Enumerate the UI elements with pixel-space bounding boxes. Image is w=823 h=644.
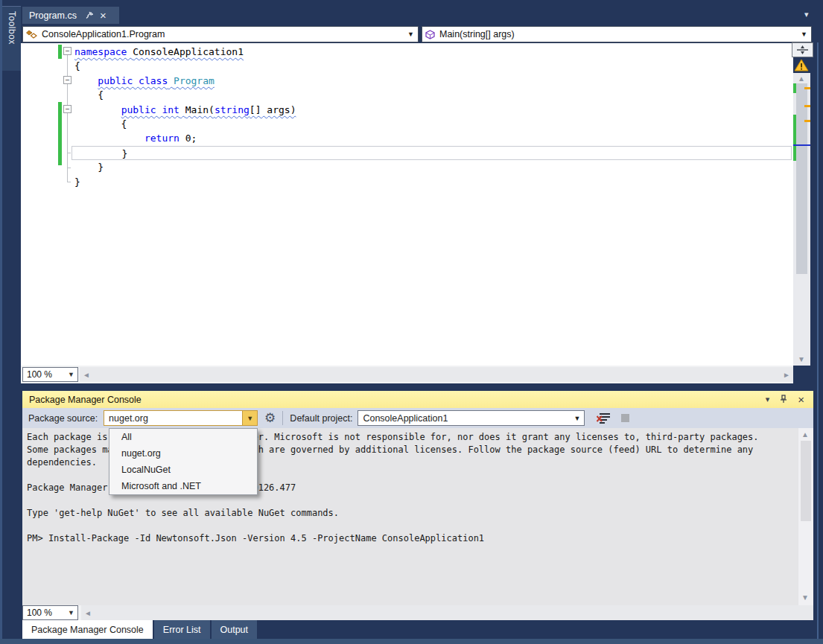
package-source-value: nuget.org <box>104 411 242 425</box>
code-text[interactable]: namespace ConsoleApplication1{ public cl… <box>72 45 792 189</box>
tool-window-tab-error-list[interactable]: Error List <box>154 620 210 639</box>
code-line[interactable]: public int Main(string[] args) <box>72 103 792 117</box>
package-source-option[interactable]: LocalNuGet <box>109 462 257 478</box>
toolbar-separator <box>282 411 283 425</box>
clear-console-icon[interactable] <box>597 412 611 424</box>
chevron-down-icon: ▼ <box>407 31 414 38</box>
console-line: Type 'get-help NuGet' to see all availab… <box>27 507 759 520</box>
toolbox-label: Toolbox <box>7 7 17 45</box>
package-source-popup: Allnuget.orgLocalNuGetMicrosoft and .NET <box>109 428 258 495</box>
outline-guide-end <box>67 182 71 182</box>
pmc-title: Package Manager Console <box>29 395 766 405</box>
scroll-up-icon[interactable]: ▲ <box>801 430 809 439</box>
scroll-warning-marker <box>804 105 810 107</box>
collapse-toggle-icon[interactable]: – <box>63 47 72 55</box>
class-icon <box>26 30 37 39</box>
document-tab-title: Program.cs <box>29 10 77 21</box>
code-line[interactable]: } <box>72 160 792 174</box>
collapse-toggle-icon[interactable]: – <box>63 76 72 84</box>
scroll-left-icon[interactable]: ◄ <box>83 371 90 379</box>
editor-scrollbar-thumb[interactable] <box>796 83 807 274</box>
code-editor[interactable]: – – – namespace ConsoleApplication1{ pub… <box>21 43 793 366</box>
package-source-option[interactable]: All <box>109 429 257 445</box>
change-bar <box>58 45 62 59</box>
chevron-down-icon: ▼ <box>801 31 807 38</box>
collapse-toggle-icon[interactable]: – <box>63 105 72 113</box>
scroll-warning-marker <box>804 87 810 89</box>
scroll-warning-marker <box>804 120 810 122</box>
code-line[interactable]: return 0; <box>72 131 792 145</box>
scroll-down-icon[interactable]: ▼ <box>801 593 809 602</box>
editor-horizontal-scrollbar[interactable]: ◄ ► <box>80 367 793 382</box>
editor-bottom-bar: 100 % ▼ ◄ ► <box>21 366 793 383</box>
pmc-title-bar[interactable]: Package Manager Console ▾ × <box>22 391 813 408</box>
pmc-bottom-bar: 100 % ▼ ◄ <box>22 605 813 620</box>
editor-zoom-value: 100 % <box>27 369 68 380</box>
chevron-down-icon: ▼ <box>574 415 581 422</box>
visual-studio-window: Toolbox Program.cs × ▾ ConsoleApplicatio… <box>0 0 823 644</box>
scroll-up-icon[interactable]: ▲ <box>798 74 805 83</box>
console-scrollbar-thumb[interactable] <box>801 441 811 521</box>
code-line[interactable]: { <box>72 59 792 73</box>
type-navigator-value: ConsoleApplication1.Program <box>42 29 407 39</box>
scroll-right-icon[interactable]: ► <box>783 371 790 379</box>
default-project-value: ConsoleApplication1 <box>358 413 573 424</box>
member-navigator-dropdown[interactable]: Main(string[] args) ▼ <box>422 26 812 42</box>
console-zoom-dropdown[interactable]: 100 % ▼ <box>22 605 78 620</box>
console-zoom-value: 100 % <box>27 608 68 618</box>
console-horizontal-scrollbar[interactable]: ◄ <box>81 605 813 620</box>
window-right-edge <box>817 42 819 639</box>
pin-icon[interactable] <box>780 395 787 405</box>
chevron-down-icon: ▼ <box>68 371 74 378</box>
editor-zoom-dropdown[interactable]: 100 % ▼ <box>22 367 78 382</box>
method-icon <box>425 30 435 39</box>
package-source-label: Package source: <box>28 413 98 424</box>
sidebar-tab-toolbox[interactable]: Toolbox <box>2 6 21 71</box>
close-icon[interactable]: × <box>100 10 107 21</box>
document-list-chevron-icon[interactable]: ▾ <box>804 10 809 19</box>
scroll-change-marker <box>793 83 796 93</box>
outline-guide-end <box>67 153 71 153</box>
package-source-option[interactable]: Microsoft and .NET <box>109 478 257 494</box>
console-line <box>27 520 759 532</box>
code-line[interactable]: { <box>72 117 792 131</box>
default-project-dropdown[interactable]: ConsoleApplication1 ▼ <box>358 410 585 426</box>
chevron-down-icon: ▼ <box>68 609 74 616</box>
code-line[interactable]: } <box>72 175 792 189</box>
window-bottom-edge <box>0 639 823 644</box>
code-line[interactable]: namespace ConsoleApplication1 <box>72 45 792 59</box>
window-left-edge <box>0 0 2 644</box>
default-project-label: Default project: <box>290 413 352 424</box>
console-line: PM> Install-Package -Id Newtonsoft.Json … <box>27 532 759 545</box>
close-icon[interactable]: × <box>798 393 804 406</box>
pmc-toolbar: Package source: nuget.org ▼ ⚙ Default pr… <box>22 408 813 428</box>
window-position-chevron-icon[interactable]: ▾ <box>766 395 770 404</box>
code-line-current[interactable]: } <box>72 146 792 160</box>
package-source-option[interactable]: nuget.org <box>109 445 257 462</box>
tool-window-tabs: Package Manager ConsoleError ListOutput <box>22 620 823 639</box>
warning-icon[interactable] <box>794 59 809 74</box>
console-line <box>27 494 759 507</box>
tool-window-tab-output[interactable]: Output <box>212 620 258 639</box>
scroll-down-icon[interactable]: ▼ <box>798 355 805 363</box>
tool-window-tab-package-manager-console[interactable]: Package Manager Console <box>22 620 153 639</box>
chevron-down-icon[interactable]: ▼ <box>242 411 257 425</box>
scroll-change-marker <box>793 115 796 161</box>
gear-icon[interactable]: ⚙ <box>264 412 276 424</box>
pin-icon[interactable] <box>86 11 94 19</box>
scroll-left-icon[interactable]: ◄ <box>84 609 92 617</box>
outline-guide <box>67 55 68 182</box>
code-line[interactable]: public class Program <box>72 74 792 88</box>
stop-icon <box>621 414 629 422</box>
split-editor-handle[interactable] <box>792 42 813 57</box>
scroll-caret-marker <box>793 144 810 146</box>
member-navigator-value: Main(string[] args) <box>439 29 801 39</box>
document-tab-programcs[interactable]: Program.cs × <box>22 7 119 24</box>
package-source-dropdown[interactable]: nuget.org ▼ <box>104 410 258 426</box>
change-bar <box>58 102 62 165</box>
outline-guide-end <box>67 168 71 168</box>
code-line[interactable]: { <box>72 88 792 102</box>
type-navigator-dropdown[interactable]: ConsoleApplication1.Program ▼ <box>22 26 419 42</box>
